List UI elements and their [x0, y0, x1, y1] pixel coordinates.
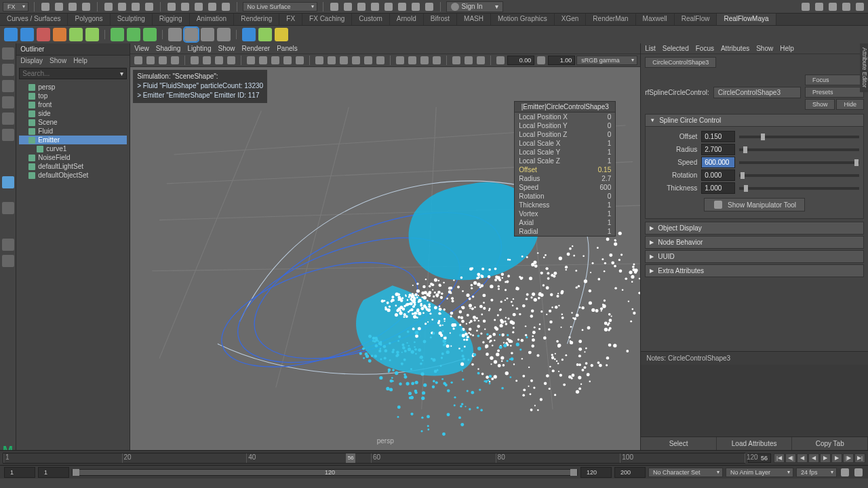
shelf-tab[interactable]: Motion Graphics [491, 14, 555, 25]
outliner-item[interactable]: NoiseField [19, 153, 127, 162]
snap-icon[interactable] [167, 3, 176, 11]
channel-row[interactable]: Local Position X0 [515, 113, 615, 121]
shelf-tab[interactable]: Rendering [234, 14, 279, 25]
vp-ico[interactable] [420, 56, 429, 64]
layout1-icon[interactable] [802, 3, 810, 11]
section-header[interactable]: UUID [645, 250, 864, 263]
channel-row[interactable]: Speed600 [515, 183, 615, 192]
redo-icon[interactable] [104, 3, 113, 11]
vp-ico[interactable] [352, 56, 360, 64]
vp-ico[interactable] [203, 56, 211, 64]
attr-value[interactable]: 0.000 [701, 169, 735, 181]
outliner-item[interactable]: top [19, 92, 127, 100]
vp-ico[interactable] [537, 56, 545, 64]
shelf-daemon-icon[interactable] [69, 28, 83, 41]
outliner-help-menu[interactable]: Help [73, 57, 87, 64]
shelf-import-icon[interactable] [258, 28, 272, 41]
shelf-tab[interactable]: Animation [190, 14, 234, 25]
layout5-icon[interactable] [856, 3, 864, 11]
layout-four[interactable] [2, 202, 14, 214]
show-manipulator-button[interactable]: Show Manipulator Tool [704, 198, 805, 211]
last-tool[interactable] [2, 129, 14, 141]
vp-ico[interactable] [433, 56, 441, 64]
outliner-item[interactable]: side [19, 109, 127, 118]
attr-slider[interactable] [739, 136, 859, 138]
attr-value[interactable]: 2.700 [701, 144, 735, 155]
channel-row[interactable]: Radius2.7 [515, 174, 615, 183]
vp-ico[interactable] [496, 56, 505, 64]
hist3-icon[interactable] [371, 3, 379, 11]
vp-lighting[interactable]: Lighting [187, 45, 211, 52]
lasso-icon[interactable] [132, 3, 140, 11]
move-tool[interactable] [2, 80, 14, 92]
section-header[interactable]: Object Display [645, 222, 864, 235]
step-fwd[interactable]: ▶ [831, 453, 842, 463]
shelf-sim2-icon[interactable] [127, 28, 140, 41]
shelf-tab[interactable]: Custom [352, 14, 389, 25]
attr-slider[interactable] [739, 161, 859, 164]
outliner-show-menu[interactable]: Show [50, 57, 66, 64]
vp-shading[interactable]: Shading [156, 45, 181, 52]
paint-icon[interactable] [145, 3, 153, 11]
go-start[interactable]: |◀ [774, 453, 785, 463]
shelf-tab[interactable]: Bifrost [424, 14, 457, 25]
vp-ico[interactable] [159, 56, 167, 64]
layout-b[interactable] [2, 255, 14, 267]
section-header[interactable]: Spline Circle Control [645, 114, 864, 127]
vp-ico[interactable] [465, 56, 473, 64]
attr-value[interactable]: 0.150 [701, 131, 735, 142]
step-fwd-key[interactable]: |▶ [843, 453, 854, 463]
select-tool[interactable] [2, 47, 14, 60]
vp-ico[interactable] [259, 56, 267, 64]
shelf-tab[interactable]: RenderMan [586, 14, 635, 25]
shelf-stop-icon[interactable] [184, 28, 198, 41]
shelf-tab[interactable]: XGen [555, 14, 587, 25]
vp-ico[interactable] [408, 56, 416, 64]
section-header[interactable]: Extra Attributes [645, 264, 864, 277]
channel-row[interactable]: Offset0.15 [515, 165, 615, 174]
snap5-icon[interactable] [222, 3, 230, 11]
layout2-icon[interactable] [815, 3, 823, 11]
hide-button[interactable]: Hide [836, 99, 864, 110]
render-icon[interactable] [384, 3, 393, 11]
shelf-sim3-icon[interactable] [143, 28, 157, 41]
rendersettings-icon[interactable] [398, 3, 406, 11]
scale-tool[interactable] [2, 113, 14, 125]
snap4-icon[interactable] [208, 3, 216, 11]
vp-ico[interactable] [296, 56, 304, 64]
shelf-tab[interactable]: Curves / Surfaces [0, 14, 68, 25]
vp-ico[interactable] [247, 56, 255, 64]
layout-single[interactable] [2, 176, 14, 188]
attr-focus[interactable]: Focus [696, 45, 714, 52]
shelf-tab[interactable]: Sculpting [111, 14, 153, 25]
vp-ico[interactable] [171, 56, 179, 64]
shelf-cache-icon[interactable] [201, 28, 214, 41]
vp-ico[interactable] [452, 56, 460, 64]
layout4-icon[interactable] [842, 3, 850, 11]
snap2-icon[interactable] [181, 3, 189, 11]
vp-ico[interactable] [146, 56, 155, 64]
vp-ico[interactable] [477, 56, 485, 64]
play-fwd[interactable]: ▶ [820, 453, 831, 463]
attr-show[interactable]: Show [756, 45, 773, 52]
channel-row[interactable]: Thickness1 [515, 201, 615, 209]
go-end[interactable]: ▶| [854, 453, 865, 463]
shelf-tab[interactable]: MASH [457, 14, 491, 25]
node-name-field[interactable]: CircleControlShape3 [713, 87, 801, 98]
undo-icon[interactable] [82, 3, 90, 11]
time-slider[interactable]: 56 120406080100120 56 |◀ ◀| ◀ ◀ ▶ ▶ |▶ ▶… [0, 450, 868, 465]
select-button[interactable]: Select [641, 437, 717, 450]
shelf-spline-icon[interactable] [53, 28, 66, 41]
prefs-icon[interactable] [854, 468, 863, 476]
shelf-cache2-icon[interactable] [217, 28, 231, 41]
vp-ico[interactable] [364, 56, 372, 64]
gamma-field[interactable]: 1.00 [548, 56, 575, 65]
shelf-tab[interactable]: Rigging [153, 14, 190, 25]
vp-ico[interactable] [271, 56, 279, 64]
shelf-tab[interactable]: FX Caching [302, 14, 352, 25]
outliner-item[interactable]: Fluid [19, 127, 127, 136]
lasso-tool[interactable] [2, 64, 14, 76]
node-tab[interactable]: CircleControlShape3 [645, 57, 716, 68]
attr-selected[interactable]: Selected [663, 45, 689, 52]
vp-ico[interactable] [340, 56, 348, 64]
